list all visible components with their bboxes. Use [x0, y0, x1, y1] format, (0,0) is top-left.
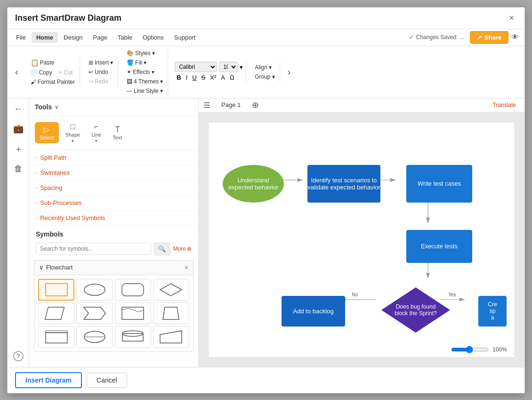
font-family-select[interactable]: Calibri — [175, 62, 217, 72]
shape-cell-other2[interactable] — [115, 326, 151, 348]
write-test-cases-node[interactable]: Write test cases — [406, 165, 472, 203]
shape-cell-rect[interactable] — [38, 279, 74, 301]
superscript-button[interactable]: X² — [208, 73, 218, 82]
check-icon: ✓ — [409, 34, 414, 41]
copy-button[interactable]: 📄 Copy — [29, 68, 54, 77]
text-icon: T — [115, 125, 120, 134]
shape-cell-diamond[interactable] — [153, 279, 189, 301]
toolbar-prev-arrow[interactable]: ‹ — [11, 65, 22, 79]
styles-button[interactable]: 🎨 Styles ▾ — [125, 49, 157, 57]
cut-button[interactable]: ✂ Cut — [56, 68, 75, 77]
special-char-button[interactable]: Ω — [228, 73, 236, 82]
align-button[interactable]: Align ▾ — [253, 63, 274, 72]
flowchart-chevron-icon: ∨ — [39, 264, 44, 271]
split-path-section[interactable]: › Split Path — [29, 150, 198, 165]
cancel-button[interactable]: Cancel — [87, 373, 127, 388]
shape-cell-parallelogram[interactable] — [38, 302, 74, 324]
zoom-slider[interactable] — [451, 346, 489, 353]
shape-cell-trapezoid[interactable] — [153, 302, 189, 324]
menu-options[interactable]: Options — [138, 32, 169, 43]
fill-button[interactable]: 🪣 Fill ▾ — [125, 58, 148, 67]
toolbar-next-arrow[interactable]: › — [284, 65, 295, 79]
format-painter-button[interactable]: 🖌 Format Painter — [29, 78, 77, 86]
strikethrough-button[interactable]: S — [200, 73, 208, 82]
line-icon: ⌐ — [94, 122, 98, 131]
menu-file[interactable]: File — [11, 32, 31, 43]
help-button[interactable]: ? — [11, 349, 25, 363]
recently-used-section[interactable]: › Recently Used Symbols — [29, 211, 198, 226]
translate-button[interactable]: Translate — [489, 100, 520, 110]
insert-button[interactable]: ⊞ Insert ▾ — [87, 58, 115, 67]
redo-button[interactable]: ↪ Redo — [87, 77, 110, 86]
menu-page[interactable]: Page — [89, 32, 112, 43]
italic-button[interactable]: I — [184, 73, 190, 82]
format-painter-icon: 🖌 — [31, 79, 36, 85]
briefcase-icon-button[interactable]: 💼 — [11, 122, 25, 136]
paste-button[interactable]: 📋 Paste — [29, 58, 56, 67]
symbol-search-button[interactable]: 🔍 — [154, 243, 170, 255]
styles-icon: 🎨 — [127, 50, 134, 57]
shape-cell-ellipse[interactable] — [76, 279, 113, 301]
back-button[interactable]: ← — [12, 102, 24, 116]
shape-tool-button[interactable]: □ Shape ▾ — [61, 120, 85, 146]
shape-cell-partial-rect[interactable] — [38, 326, 74, 348]
font-size-select[interactable]: 10 — [219, 62, 238, 72]
canvas-viewport[interactable]: No Yes Understandexpected behavior Ident… — [199, 113, 524, 367]
effects-button[interactable]: ✦ Effects ▾ — [125, 68, 156, 76]
menu-home[interactable]: Home — [32, 32, 58, 43]
search-icon: 🔍 — [158, 245, 166, 253]
create-node[interactable]: Crespa — [478, 296, 507, 327]
cut-icon: ✂ — [58, 69, 63, 76]
shape-icon: □ — [71, 122, 75, 131]
execute-tests-node[interactable]: Execute tests — [406, 230, 472, 263]
insert-diagram-button[interactable]: Insert Diagram — [15, 372, 82, 388]
preview-button[interactable]: 👁 — [509, 31, 521, 43]
add-page-button[interactable]: ⊕ — [249, 99, 262, 111]
sub-processes-section[interactable]: › Sub-Processes — [29, 196, 198, 211]
spacing-section[interactable]: › Spacing — [29, 180, 198, 196]
bug-diamond-node[interactable]: Does bug foundblock the Sprint? — [380, 286, 451, 334]
select-tool-button[interactable]: ▷ Select — [35, 122, 59, 143]
zoom-bar: 100% — [451, 346, 507, 353]
shape-cell-chevron[interactable] — [76, 302, 113, 324]
menu-support[interactable]: Support — [169, 32, 201, 43]
canvas-area: ☰ Page 1 ⊕ Translate — [199, 98, 524, 367]
themes-button[interactable]: 🖼 4 Themes ▾ — [125, 77, 165, 86]
shape-cell-rounded-rect[interactable] — [115, 279, 151, 301]
add-button[interactable]: ＋ — [12, 141, 24, 156]
more-button[interactable]: More ⊕ — [173, 245, 192, 252]
identify-node[interactable]: Identify test scenarios to validate expe… — [307, 165, 380, 203]
group-button[interactable]: Group ▾ — [253, 73, 276, 81]
menu-design[interactable]: Design — [59, 32, 87, 43]
swimlanes-section[interactable]: › Swimlanes — [29, 165, 198, 180]
tools-chevron-icon[interactable]: ∨ — [55, 104, 59, 110]
understand-node[interactable]: Understandexpected behavior — [223, 165, 284, 203]
sub-processes-chevron-icon: › — [36, 200, 37, 205]
page-1-tab[interactable]: Page 1 — [215, 98, 247, 112]
text-tool-button[interactable]: T Text — [108, 122, 127, 143]
tools-header: Tools ∨ — [29, 98, 198, 116]
svg-point-1 — [84, 284, 105, 295]
add-to-backlog-node[interactable]: Add to backlog — [282, 296, 345, 327]
line-tool-button[interactable]: ⌐ Line ▾ — [87, 120, 106, 146]
canvas-whiteboard[interactable]: No Yes Understandexpected behavior Ident… — [208, 122, 515, 358]
partial-rect-shape-preview — [45, 330, 68, 344]
undo-button[interactable]: ↩ Undo — [87, 68, 110, 76]
diamond-svg — [380, 286, 451, 334]
line-style-icon: — — [127, 88, 132, 94]
shape-cell-wave[interactable] — [115, 302, 151, 324]
font-color-button[interactable]: A — [219, 73, 227, 82]
shape-cell-other1[interactable] — [76, 326, 113, 348]
line-style-button[interactable]: — Line Style ▾ — [125, 87, 165, 95]
underline-button[interactable]: U — [190, 73, 198, 82]
menu-table[interactable]: Table — [113, 32, 137, 43]
symbol-search-input[interactable] — [36, 243, 151, 255]
page-list-icon[interactable]: ☰ — [203, 101, 210, 110]
shape-cell-other3[interactable] — [153, 326, 189, 348]
bold-button[interactable]: B — [175, 73, 183, 82]
flowchart-close-button[interactable]: × — [185, 264, 188, 271]
share-button[interactable]: ↗ Share — [470, 31, 508, 44]
trash-icon-button[interactable]: 🗑 — [12, 162, 24, 176]
modal-close-button[interactable]: × — [506, 12, 517, 24]
help-icon: ? — [13, 351, 24, 361]
